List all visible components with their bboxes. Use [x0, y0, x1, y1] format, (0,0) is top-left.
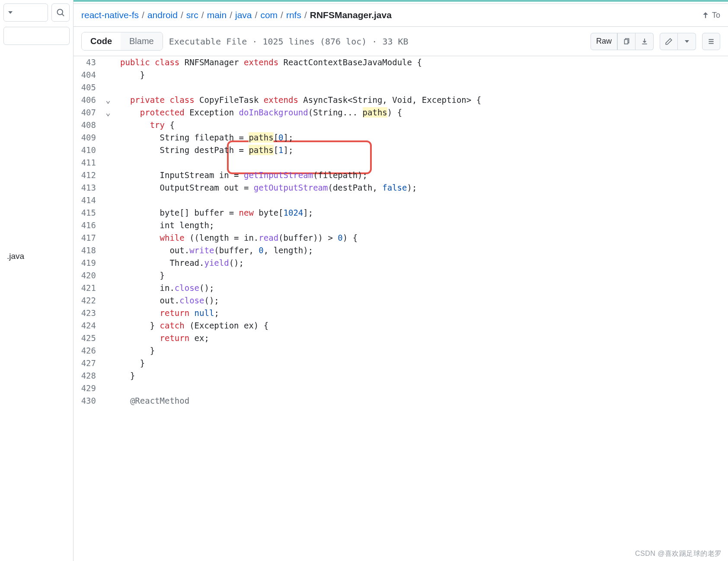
line-number[interactable]: 409	[73, 131, 104, 144]
line-number[interactable]: 415	[73, 207, 104, 219]
edit-dropdown[interactable]	[678, 33, 696, 50]
line-number[interactable]: 404	[73, 69, 104, 81]
line-number[interactable]: 410	[73, 144, 104, 156]
line-number[interactable]: 412	[73, 169, 104, 182]
breadcrumb-part[interactable]: rnfs	[286, 10, 301, 20]
topbar: react-native-fs/ android/ src/ main/ jav…	[73, 3, 728, 27]
code-line[interactable]: try {	[112, 119, 728, 131]
toolbar: Code Blame Executable File · 1025 lines …	[73, 27, 728, 56]
line-number[interactable]: 421	[73, 282, 104, 294]
code-line[interactable]: InputStream in = getInputStream(filepath…	[112, 169, 728, 182]
sidebar-file-item[interactable]: .java	[3, 247, 70, 265]
line-number[interactable]: 407	[73, 106, 104, 119]
code-line[interactable]: String filepath = paths[0];	[112, 131, 728, 144]
line-number[interactable]: 405	[73, 81, 104, 94]
breadcrumb-part[interactable]: main	[207, 10, 227, 20]
view-tabs: Code Blame	[81, 32, 163, 51]
line-number[interactable]: 429	[73, 382, 104, 395]
code-line[interactable]: }	[112, 370, 728, 382]
tab-blame[interactable]: Blame	[121, 32, 163, 50]
line-number[interactable]: 430	[73, 395, 104, 407]
line-number[interactable]: 413	[73, 182, 104, 194]
breadcrumb-part[interactable]: com	[260, 10, 278, 20]
line-number[interactable]: 414	[73, 194, 104, 207]
edit-button[interactable]	[660, 33, 678, 50]
download-button[interactable]	[635, 33, 654, 50]
line-number[interactable]: 425	[73, 332, 104, 344]
download-icon	[641, 38, 648, 45]
branch-dropdown[interactable]	[3, 3, 48, 22]
line-number[interactable]: 408	[73, 119, 104, 131]
code-line[interactable]: int length;	[112, 219, 728, 232]
line-number[interactable]: 417	[73, 232, 104, 244]
line-number[interactable]: 43	[73, 56, 104, 69]
chevron-down-icon	[685, 40, 689, 43]
code-line[interactable]: OutputStream out = getOutputStream(destP…	[112, 182, 728, 194]
code-line[interactable]: in.close();	[112, 282, 728, 294]
breadcrumb-root[interactable]: react-native-fs	[81, 10, 139, 20]
pencil-icon	[665, 38, 673, 45]
code-line[interactable]: out.close();	[112, 294, 728, 307]
line-number[interactable]: 427	[73, 357, 104, 370]
fold-chevron-icon[interactable]: ⌄	[104, 106, 112, 119]
chevron-down-icon	[8, 11, 13, 14]
watermark: CSDN @喜欢踢足球的老罗	[635, 549, 722, 558]
arrow-up-icon	[702, 11, 709, 19]
code-line[interactable]: while ((length = in.read(buffer)) > 0) {	[112, 232, 728, 244]
breadcrumb: react-native-fs/ android/ src/ main/ jav…	[81, 10, 392, 20]
line-number[interactable]: 420	[73, 269, 104, 282]
fold-chevron-icon[interactable]: ⌄	[104, 94, 112, 106]
breadcrumb-part[interactable]: android	[147, 10, 178, 20]
code-line[interactable]: }	[112, 344, 728, 357]
line-number[interactable]: 411	[73, 156, 104, 169]
code-line[interactable]: out.write(buffer, 0, length);	[112, 244, 728, 257]
code-line[interactable]	[112, 81, 728, 94]
line-number[interactable]: 426	[73, 344, 104, 357]
code-line[interactable]: protected Exception doInBackground(Strin…	[112, 106, 728, 119]
code-line[interactable]	[112, 194, 728, 207]
breadcrumb-file: RNFSManager.java	[310, 10, 392, 20]
copy-icon	[623, 38, 630, 45]
line-number[interactable]: 419	[73, 257, 104, 269]
code-line[interactable]: return null;	[112, 307, 728, 319]
line-number[interactable]: 424	[73, 319, 104, 332]
code-line[interactable]	[112, 382, 728, 395]
line-number[interactable]: 406	[73, 94, 104, 106]
copy-button[interactable]	[617, 33, 635, 50]
symbols-button[interactable]	[702, 33, 720, 50]
code-area[interactable]: 43public class RNFSManager extends React…	[73, 56, 728, 561]
code-line[interactable]: public class RNFSManager extends ReactCo…	[112, 56, 728, 69]
top-accent	[73, 0, 728, 2]
search-icon	[56, 8, 65, 17]
code-line[interactable]: @ReactMethod	[112, 395, 728, 407]
code-line[interactable]: } catch (Exception ex) {	[112, 319, 728, 332]
sidebar: .java	[0, 0, 73, 561]
list-icon	[707, 38, 715, 45]
code-line[interactable]: byte[] buffer = new byte[1024];	[112, 207, 728, 219]
line-number[interactable]: 423	[73, 307, 104, 319]
raw-button[interactable]: Raw	[591, 33, 617, 50]
line-number[interactable]: 428	[73, 370, 104, 382]
search-button[interactable]	[51, 3, 70, 22]
sidebar-input[interactable]	[3, 27, 70, 45]
code-line[interactable]: String destPath = paths[1];	[112, 144, 728, 156]
code-line[interactable]: return ex;	[112, 332, 728, 344]
code-line[interactable]: }	[112, 269, 728, 282]
code-line[interactable]: private class CopyFileTask extends Async…	[112, 94, 728, 106]
top-link[interactable]: To	[702, 11, 720, 20]
code-table: 43public class RNFSManager extends React…	[73, 56, 728, 407]
breadcrumb-part[interactable]: src	[186, 10, 198, 20]
code-line[interactable]: Thread.yield();	[112, 257, 728, 269]
tab-code[interactable]: Code	[82, 32, 121, 50]
line-number[interactable]: 422	[73, 294, 104, 307]
code-line[interactable]: }	[112, 69, 728, 81]
code-line[interactable]	[112, 156, 728, 169]
breadcrumb-part[interactable]: java	[235, 10, 252, 20]
line-number[interactable]: 416	[73, 219, 104, 232]
code-line[interactable]: }	[112, 357, 728, 370]
file-meta: Executable File · 1025 lines (876 loc) ·…	[169, 36, 409, 47]
line-number[interactable]: 418	[73, 244, 104, 257]
